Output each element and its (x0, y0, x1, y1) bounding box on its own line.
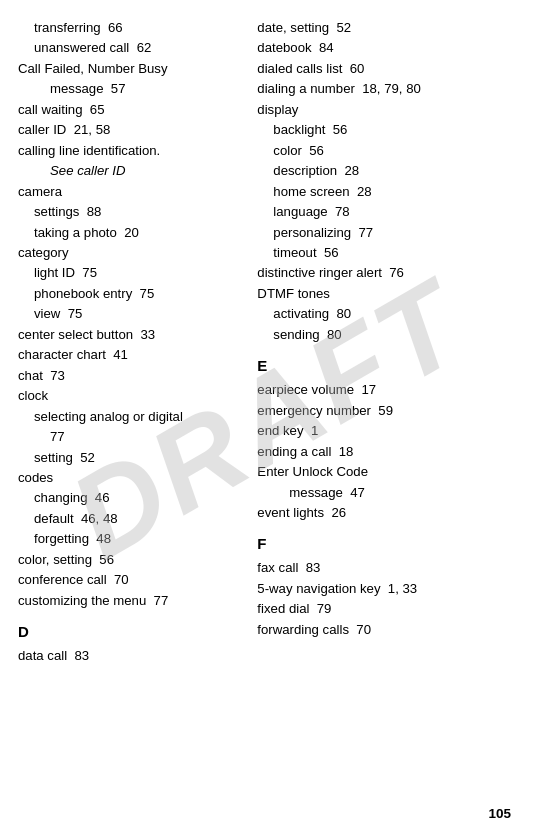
list-item: light ID 75 (18, 263, 239, 283)
right-column: date, setting 52 datebook 84 dialed call… (249, 18, 515, 667)
list-item: event lights 26 (257, 503, 515, 523)
list-item: end key 1 (257, 421, 515, 441)
list-item: character chart 41 (18, 345, 239, 365)
list-item: emergency number 59 (257, 401, 515, 421)
index-two-col: transferring 66 unanswered call 62 Call … (18, 18, 515, 667)
list-item: color 56 (257, 141, 515, 161)
list-item: phonebook entry 75 (18, 284, 239, 304)
list-item: unanswered call 62 (18, 38, 239, 58)
list-item: default 46, 48 (18, 509, 239, 529)
list-item: distinctive ringer alert 76 (257, 263, 515, 283)
list-item: language 78 (257, 202, 515, 222)
list-item: 5-way navigation key 1, 33 (257, 579, 515, 599)
list-item: 77 (18, 427, 239, 447)
list-item: data call 83 (18, 646, 239, 666)
list-item: forgetting 48 (18, 529, 239, 549)
list-item: See caller ID (18, 161, 239, 181)
list-item: call waiting 65 (18, 100, 239, 120)
list-item: home screen 28 (257, 182, 515, 202)
list-item: category (18, 243, 239, 263)
list-item: backlight 56 (257, 120, 515, 140)
list-item: settings 88 (18, 202, 239, 222)
list-item: dialed calls list 60 (257, 59, 515, 79)
list-item: conference call 70 (18, 570, 239, 590)
list-item: setting 52 (18, 448, 239, 468)
list-item: clock (18, 386, 239, 406)
list-item: message 57 (18, 79, 239, 99)
list-item: changing 46 (18, 488, 239, 508)
section-header-E: E (257, 355, 515, 376)
list-item: chat 73 (18, 366, 239, 386)
list-item: center select button 33 (18, 325, 239, 345)
list-item: camera (18, 182, 239, 202)
list-item: earpiece volume 17 (257, 380, 515, 400)
list-item: taking a photo 20 (18, 223, 239, 243)
list-item: Call Failed, Number Busy (18, 59, 239, 79)
list-item: description 28 (257, 161, 515, 181)
list-item: activating 80 (257, 304, 515, 324)
list-item: ending a call 18 (257, 442, 515, 462)
list-item: display (257, 100, 515, 120)
list-item: date, setting 52 (257, 18, 515, 38)
list-item: customizing the menu 77 (18, 591, 239, 611)
list-item: codes (18, 468, 239, 488)
section-header-F: F (257, 533, 515, 554)
list-item: dialing a number 18, 79, 80 (257, 79, 515, 99)
list-item: calling line identification. (18, 141, 239, 161)
list-item: message 47 (257, 483, 515, 503)
list-item: color, setting 56 (18, 550, 239, 570)
list-item: caller ID 21, 58 (18, 120, 239, 140)
list-item: forwarding calls 70 (257, 620, 515, 640)
list-item: fax call 83 (257, 558, 515, 578)
list-item: selecting analog or digital (18, 407, 239, 427)
list-item: Enter Unlock Code (257, 462, 515, 482)
list-item: view 75 (18, 304, 239, 324)
list-item: sending 80 (257, 325, 515, 345)
list-item: transferring 66 (18, 18, 239, 38)
page-container: DRAFT transferring 66 unanswered call 62… (0, 0, 533, 837)
section-header-D: D (18, 621, 239, 642)
list-item: datebook 84 (257, 38, 515, 58)
list-item: DTMF tones (257, 284, 515, 304)
page-number: 105 (488, 806, 511, 821)
list-item: personalizing 77 (257, 223, 515, 243)
left-column: transferring 66 unanswered call 62 Call … (18, 18, 249, 667)
list-item: timeout 56 (257, 243, 515, 263)
list-item: fixed dial 79 (257, 599, 515, 619)
